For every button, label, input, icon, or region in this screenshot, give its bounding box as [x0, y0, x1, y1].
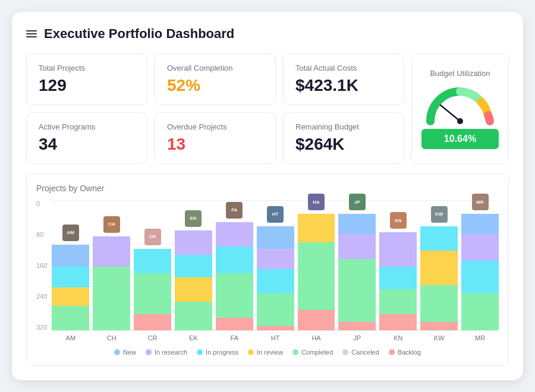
bar-segment-new: [338, 214, 376, 234]
avatar: HA: [308, 194, 325, 210]
bar-segment-in_review: [52, 287, 89, 306]
svg-point-1: [457, 118, 463, 124]
y-label-1: 80: [36, 231, 47, 238]
bar-segment-completed: [298, 242, 335, 309]
x-labels: AMCHCREKFAHTHAJPKNKWMR: [52, 331, 499, 342]
remaining-budget-value: $264K: [295, 135, 392, 154]
bar-segment-in_research: [461, 234, 499, 261]
bar-group: HT: [257, 226, 294, 330]
bar-stack: [175, 230, 212, 330]
x-label: CR: [134, 334, 171, 342]
active-programs-value: 34: [39, 135, 135, 154]
bar-group: HA: [298, 214, 335, 330]
bar-segment-in_research: [93, 236, 130, 267]
bar-segment-in_progress: [216, 246, 253, 273]
chart-title: Projects by Owner: [36, 184, 499, 193]
bar-segment-backlog: [216, 318, 253, 330]
bar-segment-completed: [257, 293, 294, 326]
active-programs-label: Active Programs: [39, 122, 135, 131]
bar-segment-in_review: [298, 214, 335, 242]
bar-stack: [338, 214, 376, 330]
bar-group: CH: [93, 236, 130, 330]
legend-label: In review: [257, 349, 283, 356]
bar-stack: [52, 245, 89, 330]
legend-item: Canceled: [342, 349, 379, 356]
total-actual-costs-value: $423.1K: [295, 76, 392, 95]
legend-label: Canceled: [351, 349, 379, 356]
avatar: JP: [349, 194, 366, 210]
bar-group: KW: [420, 226, 458, 330]
overall-completion-label: Overall Completion: [167, 64, 263, 72]
page-title: Executive Portfolio Dashboard: [44, 26, 234, 42]
bar-segment-backlog: [379, 314, 417, 331]
avatar: EK: [185, 210, 202, 227]
bar-segment-backlog: [420, 322, 458, 330]
x-label: HT: [257, 334, 294, 342]
overdue-projects-value: 13: [167, 135, 263, 154]
bar-stack: [93, 236, 130, 330]
bar-segment-backlog: [257, 326, 294, 330]
bar-segment-in_research: [338, 234, 376, 258]
avatar: CH: [103, 216, 120, 233]
bar-segment-completed: [134, 273, 171, 314]
chart-area: 320 240 160 80 0 AMCHCREKFAHTHAJPKNKWMR …: [36, 200, 499, 342]
bar-group: CR: [134, 249, 171, 331]
legend-dot: [292, 349, 298, 355]
legend-label: Backlog: [398, 349, 421, 356]
bar-segment-in_progress: [461, 261, 499, 293]
gauge-label: Budget Utilization: [430, 69, 490, 78]
bar-segment-backlog: [134, 314, 171, 331]
bar-group: MR: [461, 214, 499, 330]
legend-dot: [146, 349, 152, 355]
budget-utilization-card: Budget Utilization 10.64%: [411, 53, 509, 164]
bar-segment-completed: [175, 302, 212, 330]
legend-item: In review: [248, 349, 283, 356]
legend: NewIn researchIn progressIn reviewComple…: [36, 349, 499, 356]
bars-container: AMCHCREKFAHTHAJPKNKWMR AMCHCREKFAHTHAJPK…: [52, 200, 499, 342]
bars-area: AMCHCREKFAHTHAJPKNKWMR: [52, 200, 499, 331]
legend-label: In research: [155, 349, 187, 356]
legend-dot: [342, 349, 348, 355]
bar-segment-completed: [338, 259, 376, 323]
bar-segment-in_review: [175, 277, 212, 302]
grid-line: [52, 200, 499, 201]
menu-icon[interactable]: [26, 30, 37, 37]
avatar: FA: [226, 202, 243, 219]
bar-segment-in_progress: [134, 249, 171, 273]
bar-segment-completed: [420, 285, 458, 322]
metrics-grid: Total Projects 129 Overall Completion 52…: [26, 53, 509, 164]
legend-label: New: [123, 349, 136, 356]
bar-group: FA: [216, 222, 253, 330]
bar-stack: [420, 226, 458, 330]
x-label: CH: [93, 334, 130, 342]
bar-group: AM: [52, 245, 89, 330]
remaining-budget-label: Remaining Budget: [295, 122, 392, 131]
y-label-3: 240: [36, 293, 47, 300]
svg-line-0: [440, 105, 460, 121]
header: Executive Portfolio Dashboard: [26, 26, 509, 42]
bar-segment-completed: [461, 293, 499, 330]
bar-segment-in_research: [175, 230, 212, 255]
avatar: KN: [390, 212, 407, 229]
y-label-0: 0: [36, 200, 47, 207]
total-projects-card: Total Projects 129: [26, 53, 147, 105]
x-label: AM: [52, 334, 89, 342]
bar-stack: [461, 214, 499, 330]
overall-completion-value: 52%: [167, 76, 263, 95]
bar-stack: [134, 249, 171, 331]
x-label: FA: [216, 334, 253, 342]
total-projects-value: 129: [39, 76, 135, 95]
active-programs-card: Active Programs 34: [26, 112, 147, 164]
total-actual-costs-label: Total Actual Costs: [295, 64, 392, 72]
x-label: MR: [461, 334, 499, 342]
total-actual-costs-card: Total Actual Costs $423.1K: [283, 53, 404, 105]
bar-segment-new: [257, 226, 294, 249]
legend-item: Backlog: [389, 349, 421, 356]
bar-segment-in_progress: [420, 226, 458, 251]
bar-segment-in_research: [257, 249, 294, 269]
remaining-budget-card: Remaining Budget $264K: [283, 112, 404, 164]
bar-stack: [379, 232, 417, 330]
bar-stack: [298, 214, 335, 330]
bar-stack: [257, 226, 294, 330]
bar-segment-new: [52, 245, 89, 267]
